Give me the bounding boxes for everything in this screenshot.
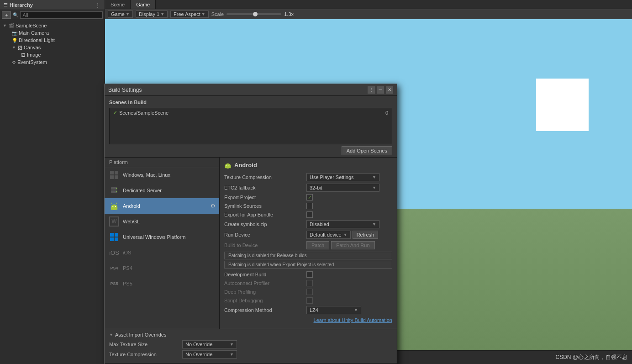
deep-profiling-row: Deep Profiling xyxy=(224,289,392,295)
tree-item-samplescene[interactable]: ▼ 🎬 SampleScene xyxy=(0,22,105,29)
build-to-device-row: Build to Device Patch Patch And Run xyxy=(224,241,392,249)
scale-value: 1.3x xyxy=(284,11,294,17)
tree-item-eventsystem[interactable]: ⚙ EventSystem xyxy=(0,58,105,66)
windows-platform-icon xyxy=(109,170,119,180)
script-debugging-row: Script Debugging xyxy=(224,297,392,304)
learn-link[interactable]: Learn about Unity Build Automation xyxy=(314,317,392,323)
uwp-platform-icon xyxy=(109,232,119,242)
symlink-checkbox[interactable] xyxy=(306,203,313,209)
hierarchy-search-input[interactable] xyxy=(20,11,103,19)
platform-panel: Platform Windows, Mac, Linux Dedicated S… xyxy=(105,158,220,329)
tree-item-directionallight[interactable]: 💡 Directional Light xyxy=(0,37,105,44)
scene-icon: 🎬 xyxy=(9,23,14,28)
svg-rect-17 xyxy=(110,237,114,241)
aspect-dropdown[interactable]: Free Aspect ▼ xyxy=(170,11,209,18)
eventsystem-label: EventSystem xyxy=(17,59,47,65)
texture-compression-dropdown[interactable]: Use Player Settings ▼ xyxy=(306,173,379,181)
android-settings-panel: Android Texture Compression Use Player S… xyxy=(220,158,397,329)
run-device-dropdown[interactable]: Default device ▼ xyxy=(306,231,351,239)
max-texture-dropdown[interactable]: No Override ▼ xyxy=(182,340,237,348)
build-to-device-label: Build to Device xyxy=(224,243,306,248)
scale-slider[interactable] xyxy=(226,13,281,15)
dialog-close-button[interactable]: ✕ xyxy=(386,86,393,94)
asset-overrides-label: Asset Import Overrides xyxy=(115,332,166,338)
android-settings-header: Android xyxy=(224,161,392,169)
svg-rect-2 xyxy=(110,175,114,179)
game-dropdown[interactable]: Game ▼ xyxy=(108,11,133,18)
app-bundle-checkbox[interactable] xyxy=(306,211,313,218)
tree-item-image[interactable]: 🖼 Image xyxy=(0,51,105,58)
dialog-minimize-button[interactable]: ─ xyxy=(377,86,384,94)
webgl-platform-icon: W xyxy=(109,216,119,227)
scenes-section: Scenes In Build ✓ Scenes/SampleScene 0 A… xyxy=(105,96,397,157)
texture-compression-label: Texture Compression xyxy=(224,174,306,180)
ps4-platform-icon: PS4 xyxy=(109,263,119,273)
windows-label: Windows, Mac, Linux xyxy=(123,172,170,178)
compression-value: LZ4 xyxy=(310,307,318,313)
platform-item-ps4[interactable]: PS4 PS4 xyxy=(105,260,219,276)
texture-compression-ao-arrow: ▼ xyxy=(230,352,234,357)
etc2-dropdown[interactable]: 32-bit ▼ xyxy=(306,184,379,192)
platform-item-webgl[interactable]: W WebGL xyxy=(105,214,219,229)
tree-item-canvas[interactable]: ▼ 🖼 Canvas xyxy=(0,44,105,51)
svg-point-23 xyxy=(228,165,229,166)
texture-compression-ao-value: No Override xyxy=(185,352,212,357)
dev-build-label: Development Build xyxy=(224,272,306,277)
etc2-fallback-row: ETC2 fallback 32-bit ▼ xyxy=(224,184,392,192)
hierarchy-add-button[interactable]: + xyxy=(2,11,11,19)
symbols-zip-dropdown[interactable]: Disabled ▼ xyxy=(306,220,379,228)
patch-button[interactable]: Patch xyxy=(306,241,329,249)
hierarchy-toolbar: + 🔍 xyxy=(0,10,105,20)
script-debugging-checkbox[interactable] xyxy=(306,297,313,304)
hierarchy-icon: ☰ xyxy=(4,2,8,7)
tab-game[interactable]: Game xyxy=(131,0,156,9)
dialog-titlebar: Build Settings ⋮ ─ ✕ xyxy=(105,84,397,96)
tree-item-maincamera[interactable]: 📷 Main Camera xyxy=(0,29,105,37)
texture-compression-row: Texture Compression Use Player Settings … xyxy=(224,173,392,181)
camera-label: Main Camera xyxy=(19,30,49,36)
platform-item-ps5[interactable]: PS5 PS5 xyxy=(105,276,219,291)
canvas-icon: 🖼 xyxy=(18,45,22,50)
android-header-icon xyxy=(224,161,232,169)
deep-profiling-checkbox[interactable] xyxy=(306,289,313,295)
autoconnect-checkbox[interactable] xyxy=(306,280,313,286)
platform-item-uwp[interactable]: Universal Windows Platform xyxy=(105,229,219,245)
asset-overrides-header[interactable]: ▼ Asset Import Overrides xyxy=(109,332,392,338)
game-label: Game xyxy=(111,11,125,17)
compression-label: Compression Method xyxy=(224,307,306,313)
export-project-checkbox[interactable]: ✓ xyxy=(306,194,313,200)
image-icon: 🖼 xyxy=(21,53,26,58)
canvas-label: Canvas xyxy=(24,45,41,50)
display-dropdown[interactable]: Display 1 ▼ xyxy=(136,11,168,18)
light-icon: 💡 xyxy=(12,38,17,43)
android-platform-icon xyxy=(109,201,119,211)
symbols-zip-value: Disabled xyxy=(310,222,329,227)
dialog-title: Build Settings xyxy=(108,87,142,93)
platform-item-ios[interactable]: iOS iOS xyxy=(105,245,219,260)
texture-compression-ao-dropdown[interactable]: No Override ▼ xyxy=(182,350,237,359)
patch-and-run-button[interactable]: Patch And Run xyxy=(331,241,374,249)
platform-item-android[interactable]: Android ⚙ xyxy=(105,198,219,214)
add-open-scenes-button[interactable]: Add Open Scenes xyxy=(342,146,392,155)
svg-point-22 xyxy=(226,165,227,166)
texture-compression-arrow: ▼ xyxy=(372,175,376,179)
game-tabs-bar: Scene Game xyxy=(105,0,632,9)
refresh-button[interactable]: Refresh xyxy=(353,231,379,239)
hierarchy-header: ☰ Hierarchy ⋮ xyxy=(0,0,105,10)
dedicated-label: Dedicated Server xyxy=(123,188,162,193)
white-box xyxy=(536,79,589,131)
export-project-row: Export Project ✓ xyxy=(224,194,392,200)
scene-row-0[interactable]: ✓ Scenes/SampleScene 0 xyxy=(110,108,392,117)
dev-build-checkbox[interactable] xyxy=(306,271,313,278)
hierarchy-more-icon[interactable]: ⋮ xyxy=(95,1,101,9)
scenes-list: ✓ Scenes/SampleScene 0 xyxy=(109,108,392,144)
tab-scene[interactable]: Scene xyxy=(105,0,131,9)
compression-dropdown[interactable]: LZ4 ▼ xyxy=(306,306,361,314)
autoconnect-label: Autoconnect Profiler xyxy=(224,280,306,286)
platform-item-dedicated[interactable]: Dedicated Server xyxy=(105,183,219,198)
platform-item-windows[interactable]: Windows, Mac, Linux xyxy=(105,167,219,183)
arrow-icon: ▼ xyxy=(3,23,7,28)
svg-rect-0 xyxy=(110,171,114,174)
symbols-zip-arrow: ▼ xyxy=(372,222,376,227)
dialog-more-button[interactable]: ⋮ xyxy=(368,86,375,94)
